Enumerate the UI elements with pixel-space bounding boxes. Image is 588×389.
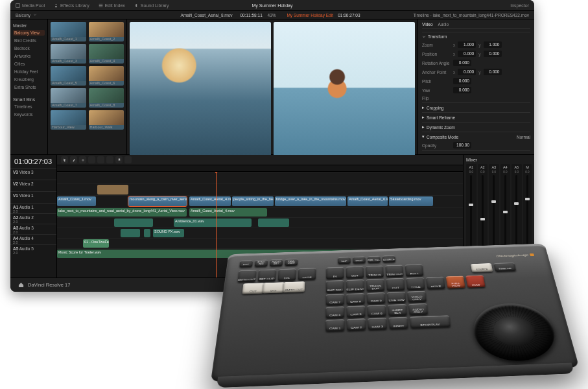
fader[interactable] (515, 175, 517, 246)
hw-key-audio-only[interactable]: AUDIO ONLY (408, 303, 428, 315)
clip-thumbnail[interactable]: Harbour_View (51, 110, 86, 130)
hw-key-cam-6[interactable]: CAM 6 (368, 305, 386, 316)
bin-item[interactable]: Bedrock (13, 45, 45, 51)
fader[interactable] (526, 175, 528, 246)
top-mediapool-tab[interactable]: Media Pool (16, 3, 45, 8)
hw-key-smth-cut[interactable]: SMTH CUT (237, 270, 256, 282)
timeline-track[interactable]: Ambience_01.wav (57, 217, 463, 228)
audio-track-header[interactable]: A3 Audio 32.0 (10, 224, 56, 234)
jog-wheel[interactable] (469, 302, 561, 362)
timeline-clip[interactable]: Amalfi_Coast_Aerial_6.mov (347, 196, 388, 206)
hw-key-trim-out[interactable]: TRIM OUT (385, 265, 403, 277)
link-tool[interactable] (79, 156, 86, 163)
hw-key-snap[interactable]: SNAP (353, 256, 366, 263)
audio-track-header[interactable]: A1 Audio 12.0 (10, 203, 56, 213)
hw-key-live-o-w[interactable]: LIVE O/W (387, 292, 406, 303)
bin-item[interactable]: Extra Shots (13, 84, 45, 90)
hw-key-cam-1[interactable]: CAM 1 (325, 319, 344, 331)
timeline-clip[interactable]: Skateboarding.mov (389, 196, 433, 206)
timeline-clip[interactable]: Amalfi_Coast_Aerial_4.mov (189, 208, 267, 217)
hw-key-cut[interactable]: CUT (386, 278, 405, 290)
timeline-track[interactable]: Amalfi_Coast_1.movmountain_along_a_calm_… (57, 195, 463, 207)
hw-key-audio-set[interactable]: AUDIO SET (270, 259, 283, 266)
hw-key-ypos[interactable]: YPOS (298, 268, 316, 280)
pos-x-input[interactable]: 0.000 (458, 51, 476, 57)
hw-key-cut[interactable]: CUT (242, 283, 265, 294)
hw-key-source[interactable]: SOURCE (471, 263, 493, 272)
playhead[interactable] (216, 172, 217, 277)
zoom-y-input[interactable]: 1.000 (484, 41, 502, 48)
clip-thumbnail[interactable]: Amalfi_Coast_1 (51, 22, 86, 41)
hw-key-slip[interactable]: SLIP (338, 257, 351, 264)
pitch-input[interactable]: 0.000 (453, 78, 471, 84)
hw-key-smth-cut[interactable]: SMTH CUT (283, 281, 305, 292)
timeline-clip[interactable] (121, 229, 140, 237)
hw-key-dis[interactable]: DIS (278, 268, 296, 281)
bin-item[interactable]: Holiday Feel (13, 69, 45, 75)
hw-key-source[interactable]: SOURCE (382, 255, 395, 263)
timeline-clip[interactable] (114, 218, 153, 227)
top-effects-tab[interactable]: Effects Library (54, 3, 89, 8)
clip-thumbnail[interactable]: Amalfi_Coast_3 (51, 44, 86, 64)
source-viewer[interactable] (130, 22, 271, 167)
inspector-audio-tab[interactable]: Audio (438, 22, 449, 27)
hw-key-title[interactable]: TITLE (406, 277, 425, 290)
timeline-clip[interactable]: Amalfi_Coast_1.mov (57, 196, 96, 206)
timeline-clip[interactable]: SOUND FX.wav (153, 229, 184, 237)
hw-key-trans-dur[interactable]: TRANS DUR (366, 279, 384, 292)
video-track-header[interactable]: V2 Video 2 (10, 180, 56, 191)
hw-key-cam-8[interactable]: CAM 8 (346, 293, 364, 305)
opacity-input[interactable]: 100.00 (453, 142, 471, 148)
hw-key-move[interactable]: MOVE (426, 277, 445, 289)
timeline-track[interactable] (57, 183, 463, 195)
hw-key-ripl-del[interactable]: RIPL DEL (368, 255, 381, 263)
replace-tool[interactable] (106, 156, 113, 163)
timeline-ruler[interactable] (57, 165, 463, 172)
flag-tool[interactable] (124, 156, 132, 163)
smart-reframe-section[interactable]: ▸Smart Reframe (422, 112, 530, 121)
audio-track-header[interactable]: A4 Audio 42.0 (10, 234, 56, 244)
bin-item[interactable]: Cities (13, 61, 45, 67)
audio-track-header[interactable]: A5 Audio 52.0 (10, 244, 56, 255)
smart-bin-item[interactable]: Timelines (13, 104, 45, 110)
bin-item[interactable]: Kreuzberg (13, 77, 45, 82)
smart-bin-item[interactable]: Keywords (13, 112, 45, 117)
top-inspector-tab[interactable]: Inspector (510, 3, 529, 8)
blade-tool[interactable] (70, 156, 77, 163)
fader[interactable] (493, 175, 495, 246)
hw-key-slip-src[interactable]: SLIP SRC (326, 280, 344, 293)
clip-thumbnail[interactable]: Amalfi_Coast_7 (51, 88, 86, 108)
hw-key-stop-play[interactable]: STOP/PLAY (410, 315, 451, 328)
timeline-clip[interactable]: bridge_over_a_lake_in_the_mountains.mov (275, 196, 346, 206)
timeline-clip[interactable]: people_sitting_in_the_beach.mov (232, 196, 274, 206)
hw-key-cam-9[interactable]: CAM 9 (367, 292, 386, 304)
yaw-input[interactable]: 0.000 (453, 87, 471, 93)
timeline-clip[interactable]: Ambience_01.wav (174, 218, 252, 227)
top-editindex-tab[interactable]: Edit Index (99, 3, 125, 8)
bin-item[interactable]: Balcony View (13, 30, 45, 36)
rotation-input[interactable]: 0.000 (453, 60, 471, 66)
fader[interactable] (504, 175, 506, 246)
hw-key-timeline[interactable]: TIMELINE (493, 263, 516, 272)
hw-key-slip-dest[interactable]: SLIP DEST (346, 279, 364, 292)
fader[interactable] (482, 175, 484, 246)
hw-key-insrt-blk[interactable]: INSRT BLK (388, 304, 407, 316)
marker-tool[interactable] (115, 156, 123, 163)
clip-thumbnail[interactable]: Harbour_Walk (89, 110, 124, 130)
video-track-header[interactable]: V1 Video 1 (10, 191, 56, 203)
hw-key-video-only[interactable]: VIDEO ONLY (407, 291, 426, 303)
bin-item[interactable]: Bird Credits (13, 38, 45, 43)
hw-key-full-view[interactable]: FULL VIEW (446, 276, 465, 289)
timeline-clip[interactable]: lake_next_to_mountains_and_road_aerial_b… (57, 208, 187, 217)
hw-key-cam-7[interactable]: CAM 7 (326, 294, 344, 305)
hw-key-full-view[interactable]: FULL VIEW (285, 259, 298, 266)
hw-key-sync-bin[interactable]: SYNC BIN (255, 259, 268, 266)
arrow-tool[interactable] (61, 156, 68, 163)
hw-key-esc[interactable]: ESC (239, 260, 253, 267)
dynamic-zoom-section[interactable]: ▸Dynamic Zoom (422, 122, 530, 130)
zoom-x-input[interactable]: 1.000 (458, 41, 476, 48)
transform-section[interactable]: Transform (422, 32, 530, 40)
fader[interactable] (470, 175, 472, 246)
hw-key-rvw[interactable]: RVW (465, 275, 485, 287)
hw-key-cam-3[interactable]: CAM 3 (368, 318, 387, 330)
